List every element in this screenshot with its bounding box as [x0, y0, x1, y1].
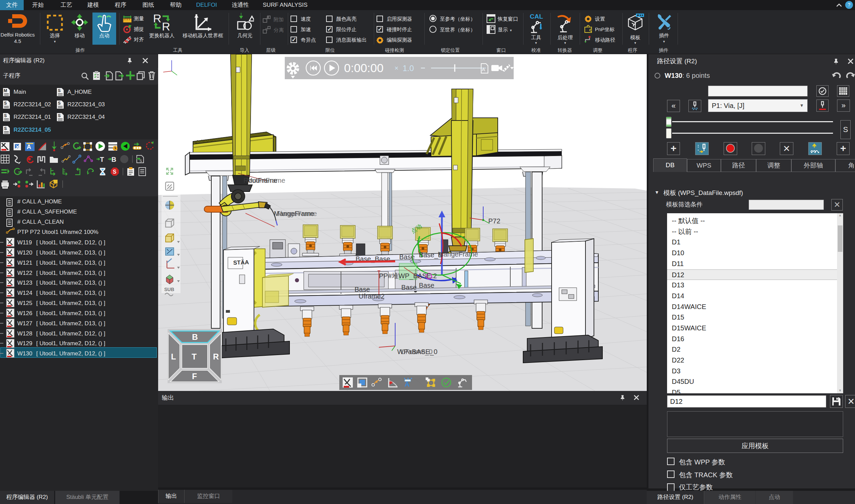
svg-text:STÄA: STÄA [233, 259, 249, 266]
svg-text:[ Utool1, Uframe2, D13, () ]: [ Utool1, Uframe2, D13, () ] [36, 280, 105, 286]
svg-text:Base: Base [401, 284, 417, 291]
svg-text:W119: W119 [17, 239, 32, 246]
svg-text:W127: W127 [17, 320, 32, 327]
svg-text:A: A [27, 144, 31, 150]
svg-text:W121: W121 [17, 259, 32, 266]
svg-text:W120: W120 [17, 250, 32, 256]
svg-text:W129: W129 [17, 340, 32, 347]
svg-text:T: T [100, 156, 104, 163]
svg-text:PP#堆WP_BASE.2: PP#堆WP_BASE.2 [379, 272, 437, 280]
svg-text:[ Utool1, Uframe2, D12, () ]: [ Utool1, Uframe2, D12, () ] [36, 330, 105, 337]
svg-text:[ Utool1, Uframe2, D13, () ]: [ Utool1, Uframe2, D13, () ] [36, 320, 105, 327]
svg-text:FlangeFrame: FlangeFrame [277, 210, 317, 217]
svg-text:MountFrame: MountFrame [247, 177, 285, 184]
svg-text:W122: W122 [17, 270, 32, 276]
svg-text:S: S [58, 101, 60, 106]
svg-text:×: × [394, 64, 398, 72]
svg-text:[ Utool1, Uframe2, D12, () ]: [ Utool1, Uframe2, D12, () ] [36, 340, 105, 347]
svg-text:Base: Base [419, 282, 434, 289]
svg-text:M: M [4, 88, 7, 93]
svg-text:S: S [4, 113, 7, 118]
svg-text:S: S [113, 169, 117, 175]
svg-text:Base: Base [399, 253, 415, 260]
svg-text:SUB: SUB [164, 287, 174, 292]
svg-text:S: S [4, 101, 7, 106]
svg-text:S: S [58, 88, 60, 93]
svg-text:[ Utool1, Uframe2, D13, () ]: [ Utool1, Uframe2, D13, () ] [36, 300, 105, 306]
svg-text:R: R [162, 20, 170, 32]
svg-text:[ Utool1, Uframe2, D13, () ]: [ Utool1, Uframe2, D13, () ] [36, 250, 105, 256]
svg-text:S: S [4, 126, 7, 131]
svg-text:B: B [111, 156, 116, 163]
svg-text:T: T [192, 352, 197, 361]
svg-text:[ Utool1, Uframe2, D13, () ]: [ Utool1, Uframe2, D13, () ] [36, 310, 105, 317]
svg-text:Uframe2: Uframe2 [359, 292, 385, 300]
svg-text:A: A [482, 67, 485, 72]
svg-text:W128: W128 [17, 330, 32, 337]
svg-text:R: R [213, 352, 219, 361]
svg-text:F: F [192, 372, 197, 381]
svg-text:S: S [58, 113, 60, 118]
svg-text:W123: W123 [17, 280, 32, 286]
svg-text:L: L [171, 352, 176, 361]
svg-text:W124: W124 [17, 290, 32, 296]
svg-text:0:00:00: 0:00:00 [344, 61, 384, 74]
svg-text:A: A [405, 380, 409, 388]
svg-text:P72: P72 [488, 217, 500, 225]
svg-text:S: S [140, 159, 142, 163]
svg-text:[ Utool1, Uframe2, D13, () ]: [ Utool1, Uframe2, D13, () ] [36, 270, 105, 276]
svg-text:MangeFrame: MangeFrame [438, 251, 478, 258]
svg-text:R: R [153, 13, 161, 25]
svg-text:Base: Base [355, 286, 370, 293]
svg-text:[ Utool1, Uframe2, D13, () ]: [ Utool1, Uframe2, D13, () ] [36, 290, 105, 296]
svg-text:W130: W130 [17, 350, 32, 357]
svg-text:W125: W125 [17, 300, 32, 306]
svg-text:B: B [192, 332, 198, 342]
svg-text:[ Utool1, Uframe2, D13, () ]: [ Utool1, Uframe2, D13, () ] [36, 259, 105, 266]
svg-text:[ Utool1, Uframe2, D12, () ]: [ Utool1, Uframe2, D12, () ] [36, 239, 105, 246]
svg-text:1.0: 1.0 [403, 64, 414, 73]
svg-text:W126: W126 [17, 310, 32, 317]
svg-text:[ Utool1, Uframe2, D12, () ]: [ Utool1, Uframe2, D12, () ] [36, 350, 105, 357]
svg-text:UFrame_0: UFrame_0 [400, 348, 432, 356]
